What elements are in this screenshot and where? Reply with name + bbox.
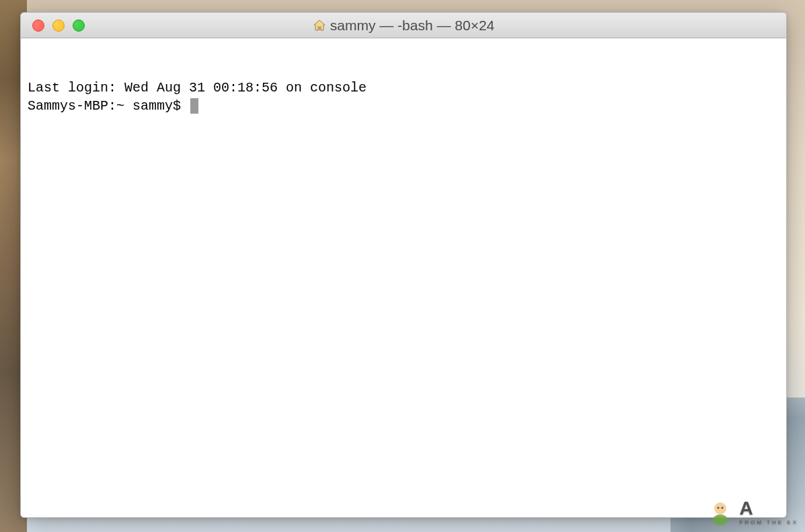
watermark-brand: A [739, 498, 798, 519]
watermark-text: A FROM THE EX [739, 498, 798, 525]
traffic-lights [21, 20, 85, 32]
window-title-bar[interactable]: sammy — -bash — 80×24 [21, 13, 786, 38]
terminal-prompt-line: Sammys-MBP:~ sammy$ [28, 97, 779, 115]
terminal-content[interactable]: Last login: Wed Aug 31 00:18:56 on conso… [21, 38, 786, 517]
window-title: sammy — -bash — 80×24 [21, 17, 786, 34]
window-title-text: sammy — -bash — 80×24 [330, 17, 495, 34]
terminal-window: sammy — -bash — 80×24 Last login: Wed Au… [20, 12, 787, 518]
svg-point-4 [722, 506, 724, 508]
svg-point-2 [713, 515, 728, 525]
home-icon [313, 19, 326, 32]
watermark-tagline: FROM THE EX [739, 519, 798, 525]
svg-rect-0 [318, 27, 320, 30]
svg-point-3 [718, 506, 720, 508]
watermark: A FROM THE EX [707, 498, 798, 525]
terminal-cursor [190, 98, 198, 114]
maximize-button[interactable] [73, 20, 85, 32]
terminal-prompt: Sammys-MBP:~ sammy$ [28, 97, 189, 115]
minimize-button[interactable] [52, 20, 65, 32]
svg-point-1 [714, 502, 726, 515]
close-button[interactable] [32, 20, 44, 32]
terminal-output-line: Last login: Wed Aug 31 00:18:56 on conso… [28, 79, 779, 97]
watermark-logo-icon [707, 498, 734, 525]
